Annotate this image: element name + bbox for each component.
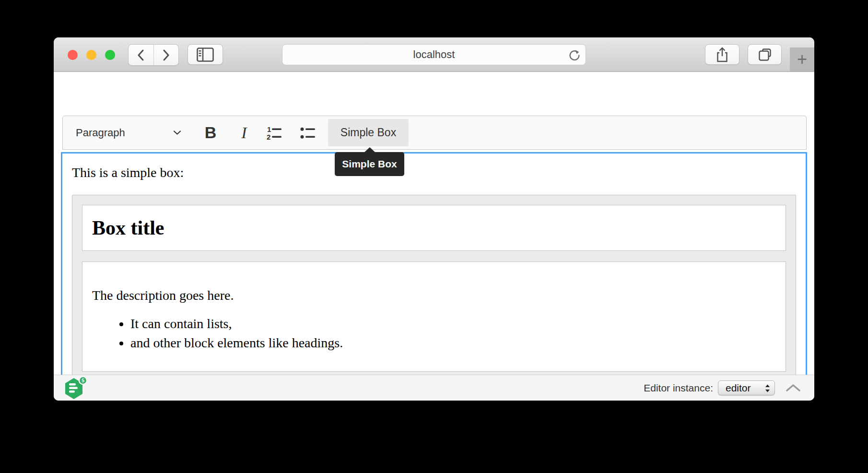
minimize-window-button[interactable] xyxy=(86,50,96,60)
browser-window: localhost + xyxy=(54,37,814,401)
bulleted-list-button[interactable] xyxy=(294,119,323,146)
bulleted-list-icon xyxy=(299,124,318,142)
show-tabs-button[interactable] xyxy=(748,44,782,65)
share-button[interactable] xyxy=(705,44,739,65)
address-bar-url: localhost xyxy=(413,48,455,61)
tooltip-text: Simple Box xyxy=(342,158,397,170)
chevron-left-icon xyxy=(137,49,145,61)
close-window-button[interactable] xyxy=(68,50,78,60)
simple-box-tooltip: Simple Box xyxy=(335,152,404,176)
simple-box-title-section[interactable]: Box title xyxy=(82,205,786,251)
svg-text:1: 1 xyxy=(267,125,271,133)
italic-button[interactable]: I xyxy=(230,119,258,146)
intro-paragraph[interactable]: This is a simple box: xyxy=(72,165,796,180)
list-item[interactable]: and other block elements like headings. xyxy=(130,334,776,352)
reload-button[interactable] xyxy=(568,48,581,65)
logo-badge: 5 xyxy=(82,378,84,383)
new-tab-button[interactable]: + xyxy=(790,47,814,71)
ckeditor-hexagon-icon: 5 xyxy=(65,376,88,400)
heading-dropdown-value: Paragraph xyxy=(76,127,125,139)
ckeditor-logo: 5 xyxy=(65,376,88,400)
editor-toolbar: Paragraph B I 1 2 xyxy=(62,116,807,150)
web-page-content: Paragraph B I 1 2 xyxy=(54,72,814,375)
chevron-down-icon xyxy=(173,130,181,135)
debug-bar: 5 Editor instance: editor xyxy=(54,375,814,401)
editor-editable-area[interactable]: This is a simple box: Box title The desc… xyxy=(61,152,807,401)
description-list: It can contain lists, and other block el… xyxy=(92,315,776,352)
description-paragraph[interactable]: The description goes here. xyxy=(92,288,776,303)
bold-icon: B xyxy=(205,123,217,142)
italic-icon: I xyxy=(241,124,246,142)
debug-bar-controls: Editor instance: editor xyxy=(644,380,814,395)
forward-button[interactable] xyxy=(153,45,179,65)
collapse-panel-button[interactable] xyxy=(786,383,801,392)
numbered-list-icon: 1 2 xyxy=(266,124,285,142)
plus-icon: + xyxy=(797,51,807,68)
tabs-overview-icon xyxy=(757,47,773,62)
sidebar-toggle-button[interactable] xyxy=(188,44,223,65)
back-button[interactable] xyxy=(129,45,153,65)
simple-box-button[interactable]: Simple Box xyxy=(328,119,409,146)
address-bar[interactable]: localhost xyxy=(282,44,586,65)
browser-toolbar: localhost + xyxy=(54,37,814,72)
box-title-heading[interactable]: Box title xyxy=(92,216,776,239)
sidebar-icon xyxy=(197,47,214,62)
simple-box-button-label: Simple Box xyxy=(340,126,396,139)
editor-instance-label: Editor instance: xyxy=(644,382,713,394)
share-icon xyxy=(715,47,730,63)
editor-instance-select-value: editor xyxy=(726,382,751,394)
reload-icon xyxy=(568,48,581,62)
editor-instance-select[interactable]: editor xyxy=(718,380,775,395)
heading-dropdown[interactable]: Paragraph xyxy=(63,116,190,149)
zoom-window-button[interactable] xyxy=(105,50,115,60)
simple-box-widget[interactable]: Box title The description goes here. It … xyxy=(72,195,796,382)
numbered-list-button[interactable]: 1 2 xyxy=(261,119,290,146)
bold-button[interactable]: B xyxy=(196,119,225,146)
simple-box-description-section[interactable]: The description goes here. It can contai… xyxy=(82,261,786,372)
chevron-right-icon xyxy=(162,49,170,61)
history-nav-group xyxy=(128,44,179,66)
select-arrows-icon xyxy=(765,384,770,393)
list-item[interactable]: It can contain lists, xyxy=(130,315,776,332)
chevron-up-icon xyxy=(786,383,801,392)
svg-text:2: 2 xyxy=(267,132,270,141)
